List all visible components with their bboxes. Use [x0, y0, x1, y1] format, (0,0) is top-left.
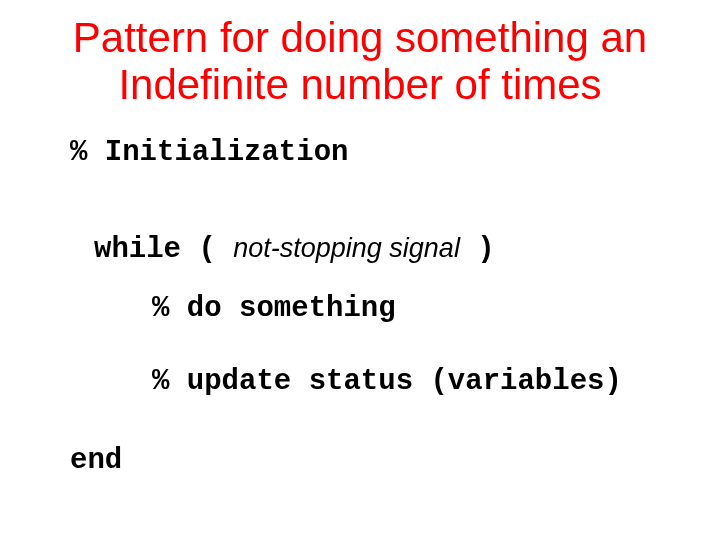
spacer — [70, 169, 692, 215]
spacer — [70, 398, 692, 444]
code-end: end — [70, 444, 692, 477]
title-line-1: Pattern for doing something an — [73, 14, 647, 61]
code-initialization: % Initialization — [70, 136, 692, 169]
while-keyword: while — [94, 233, 181, 266]
paren-open: ( — [181, 233, 233, 266]
spacer — [70, 284, 692, 292]
spacer — [70, 325, 692, 365]
code-do-something: % do something — [70, 292, 692, 325]
while-condition: not-stopping signal — [233, 233, 460, 263]
slide-title: Pattern for doing something an Indefinit… — [0, 0, 720, 108]
code-update-status: % update status (variables) — [70, 365, 692, 398]
title-line-2: Indefinite number of times — [118, 61, 601, 108]
code-while-line: while ( not-stopping signal ) — [70, 215, 692, 284]
slide: Pattern for doing something an Indefinit… — [0, 0, 720, 540]
slide-body: % Initialization while ( not-stopping si… — [0, 108, 720, 477]
paren-close: ) — [460, 233, 495, 266]
